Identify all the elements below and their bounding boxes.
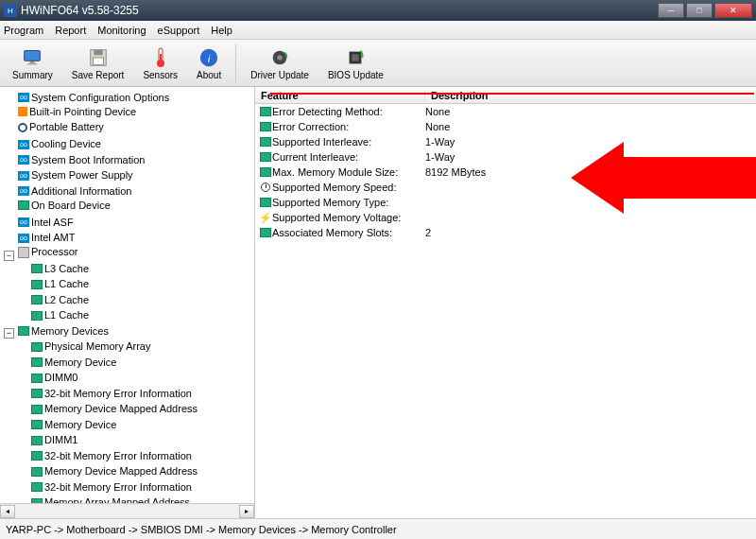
tree-item[interactable]: On Board Device <box>16 199 112 213</box>
bios-update-button[interactable]: BIOS Update <box>319 42 392 85</box>
onboard-icon <box>18 200 29 210</box>
breadcrumb: YARP-PC -> Motherboard -> SMBIOS DMI -> … <box>6 524 397 535</box>
detail-row[interactable]: Error Correction:None <box>255 119 756 134</box>
detail-row[interactable]: Associated Memory Slots:2 <box>255 225 756 240</box>
detail-panel: Feature Description Error Detecting Meth… <box>255 87 756 518</box>
menu-monitoring[interactable]: Monitoring <box>97 25 146 36</box>
tree-item[interactable]: Portable Battery <box>16 120 106 134</box>
amt-icon: oo <box>18 234 29 243</box>
addinfo-icon: oo <box>18 186 29 196</box>
detail-row[interactable]: ⚡Supported Memory Voltage: <box>255 210 756 225</box>
statusbar: YARP-PC -> Motherboard -> SMBIOS DMI -> … <box>0 518 756 539</box>
menu-program[interactable]: Program <box>4 25 43 36</box>
summary-button[interactable]: Summary <box>4 42 61 85</box>
minimize-button[interactable]: ─ <box>658 3 684 18</box>
tree-item[interactable]: oo Intel AMT <box>16 231 77 245</box>
chip-icon <box>260 122 271 131</box>
tree-item[interactable]: DIMM0 <box>29 371 79 385</box>
col-feature[interactable]: Feature <box>255 90 425 101</box>
cpu-icon <box>18 247 29 258</box>
svg-point-12 <box>277 55 283 61</box>
summary-label: Summary <box>12 70 53 80</box>
tree-item[interactable]: Memory Device Mapped Address <box>29 402 199 416</box>
memdev-icon <box>18 326 29 336</box>
chip-icon <box>260 228 271 237</box>
tree-panel[interactable]: oo System Configuration Options Built-in… <box>0 87 255 518</box>
tree-item[interactable]: L1 Cache <box>29 308 91 322</box>
chip-icon <box>260 167 271 177</box>
svg-rect-2 <box>27 62 37 64</box>
tree-item[interactable]: L3 Cache <box>29 262 91 276</box>
sensors-label: Sensors <box>143 70 178 80</box>
svg-rect-0 <box>25 50 41 61</box>
collapse-toggle[interactable]: − <box>4 251 14 261</box>
chip-icon <box>31 357 43 367</box>
about-label: About <box>197 70 221 80</box>
window-title: HWiNFO64 v5.58-3255 <box>21 4 656 17</box>
tree-item[interactable]: Memory Devices <box>16 324 111 339</box>
chip-icon <box>260 137 271 147</box>
driver-update-button[interactable]: Driver Update <box>242 42 318 85</box>
save-label: Save Report <box>72 70 125 80</box>
titlebar: H HWiNFO64 v5.58-3255 ─ □ ✕ <box>0 0 756 21</box>
menu-help[interactable]: Help <box>211 25 232 36</box>
tree-item[interactable]: L2 Cache <box>29 293 91 307</box>
tree-item[interactable]: 32-bit Memory Error Information <box>29 480 194 495</box>
detail-row[interactable]: Error Detecting Method:None <box>255 104 756 119</box>
tree-item[interactable]: DIMM1 <box>29 433 79 447</box>
maximize-button[interactable]: □ <box>686 3 713 18</box>
svg-rect-1 <box>30 61 35 63</box>
boot-icon: oo <box>18 155 29 165</box>
info-icon: i <box>198 46 220 69</box>
tree-item[interactable]: Built-in Pointing Device <box>16 105 138 119</box>
bolt-icon: ⚡ <box>259 212 272 224</box>
scroll-right-button[interactable]: ▸ <box>239 505 254 518</box>
tree-item[interactable]: Memory Device <box>29 418 118 432</box>
detail-row[interactable]: Supported Interleave:1-Way <box>255 134 756 149</box>
sensors-button[interactable]: Sensors <box>134 42 186 85</box>
tree-item[interactable]: Memory Device Mapped Address <box>29 464 199 478</box>
tree-item[interactable]: L1 Cache <box>29 277 91 291</box>
about-button[interactable]: i About <box>188 42 230 85</box>
cache-icon <box>31 280 43 289</box>
chip-icon <box>31 374 43 383</box>
cooling-icon: oo <box>18 140 29 149</box>
battery-icon <box>18 123 27 132</box>
thermometer-icon <box>149 46 172 69</box>
col-description[interactable]: Description <box>425 90 756 101</box>
cache-icon <box>31 264 43 273</box>
tree-item[interactable]: Memory Device <box>29 356 118 370</box>
tree-item[interactable]: oo System Boot Information <box>16 153 146 167</box>
chip-icon <box>31 342 43 352</box>
cache-icon <box>31 295 43 304</box>
chip-icon <box>31 420 43 429</box>
tree-item[interactable]: oo Additional Information <box>16 184 133 199</box>
floppy-icon <box>87 46 110 69</box>
scroll-left-button[interactable]: ◂ <box>0 505 15 518</box>
gear-refresh-icon <box>268 46 291 69</box>
monitor-icon <box>21 46 43 69</box>
asf-icon: oo <box>18 217 29 227</box>
tree-hscrollbar[interactable]: ◂ ▸ <box>0 503 254 518</box>
tree-item[interactable]: oo System Configuration Options <box>16 91 171 105</box>
annotation-underline <box>270 93 754 95</box>
content-area: oo System Configuration Options Built-in… <box>0 87 756 518</box>
tree-item[interactable]: 32-bit Memory Error Information <box>29 387 194 401</box>
menu-esupport[interactable]: eSupport <box>158 25 200 36</box>
menu-report[interactable]: Report <box>55 25 86 36</box>
chip-icon <box>31 389 43 398</box>
tree-item[interactable]: Physical Memory Array <box>29 339 152 354</box>
chip-refresh-icon <box>344 46 367 69</box>
tree-item[interactable]: 32-bit Memory Error Information <box>29 449 194 463</box>
save-report-button[interactable]: Save Report <box>63 42 133 85</box>
clock-icon <box>261 183 270 192</box>
tree-item[interactable]: oo Intel ASF <box>16 216 76 230</box>
tree-item[interactable]: Processor <box>16 245 80 259</box>
collapse-toggle[interactable]: − <box>4 328 14 339</box>
scroll-track[interactable] <box>15 505 239 518</box>
close-button[interactable]: ✕ <box>714 3 752 18</box>
tree-item[interactable]: oo Cooling Device <box>16 137 103 151</box>
tree-item[interactable]: oo System Power Supply <box>16 168 135 183</box>
svg-rect-8 <box>160 54 162 63</box>
power-icon: oo <box>18 171 29 181</box>
